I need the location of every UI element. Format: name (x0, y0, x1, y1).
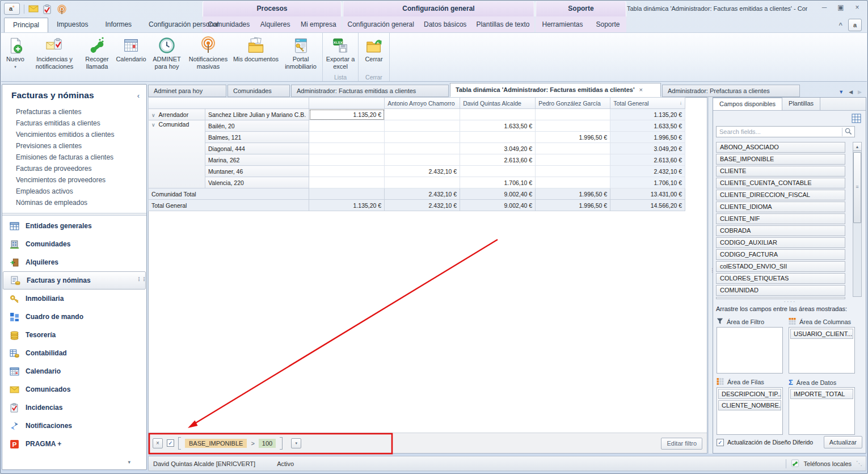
edit-filter-button[interactable]: Editar filtro (661, 438, 702, 450)
ribbon-tab-plantillas-texto[interactable]: Plantillas de texto (474, 18, 532, 32)
ribbon-tab-datos-basicos[interactable]: Datos básicos (422, 18, 469, 32)
deferred-update-checkbox[interactable]: ✓ (717, 439, 724, 446)
tasks-clipboard-icon[interactable] (43, 5, 53, 14)
field-item[interactable]: CLIENTE_DIRECCION_FISCAL (716, 190, 845, 200)
ribbon-tab-principal[interactable]: Principal (4, 18, 48, 32)
close-button[interactable]: × (852, 3, 863, 11)
ribbon-collapse-icon[interactable]: ^ (839, 22, 842, 28)
sidebar-link-previsiones[interactable]: Previsiones a clientes (16, 140, 146, 152)
ribbon-button-recoger-llamada[interactable]: Recoger llamada (81, 34, 113, 70)
search-icon[interactable] (842, 128, 854, 136)
filter-dropdown-icon[interactable]: ▾ (291, 438, 301, 448)
sidebar-item-calendario[interactable]: Calendario (2, 362, 146, 380)
ribbon-tab-comunidades[interactable]: Comunidades (205, 18, 252, 32)
tab-plantillas[interactable]: Plantillas (782, 98, 820, 110)
scroll-up-icon[interactable]: ▲ (853, 142, 861, 151)
area-chip[interactable]: IMPORTE_TOTAL (790, 389, 853, 399)
row-header[interactable]: Diagonal, 444 (205, 143, 309, 154)
data-area-box[interactable]: IMPORTE_TOTAL (789, 387, 855, 435)
filter-value-chip[interactable]: 100 (259, 439, 276, 448)
ribbon-button-calendario[interactable]: Calendario (113, 34, 149, 63)
tab-list-dropdown-icon[interactable]: ▼ (838, 89, 844, 95)
mail-icon[interactable] (28, 5, 39, 14)
filter-area-box[interactable] (717, 327, 783, 374)
field-item[interactable]: COBRADA (716, 225, 845, 236)
sidebar-item-comunidades[interactable]: Comunidades (2, 235, 146, 253)
filter-field-chip[interactable]: BASE_IMPONIBLE (185, 439, 247, 448)
sidebar-link-prefacturas[interactable]: Prefacturas a clientes (16, 106, 146, 118)
col-header-antonio[interactable]: Antonio Arroyo Chamorro (385, 98, 460, 109)
sidebar-collapse-icon[interactable]: ‹ (137, 91, 140, 100)
row-header[interactable]: Balmes, 121 (205, 132, 309, 143)
columns-area-box[interactable]: USUARIO_CLIENT... (789, 327, 855, 374)
update-button[interactable]: Actualizar (824, 436, 862, 448)
row-header[interactable]: Valencia, 220 (205, 177, 309, 188)
expand-chevron-icon[interactable]: ∨ (151, 122, 155, 128)
area-chip[interactable]: DESCRIPCION_TIP... (718, 389, 781, 399)
field-item[interactable]: COMUNIDAD (716, 285, 845, 296)
ribbon-tab-informes[interactable]: Informes (96, 18, 140, 32)
ribbon-button-mis-documentos[interactable]: Mis documentos (231, 34, 280, 63)
app-logo-icon[interactable]: a˚ (4, 3, 20, 15)
row-header[interactable]: Marina, 262 (205, 154, 309, 166)
filter-operator[interactable]: > (251, 440, 254, 447)
doc-tab-tabla-dinamica[interactable]: Tabla dinámica 'Administrador: Facturas … (450, 83, 661, 97)
app-mini-button[interactable]: a (848, 19, 862, 31)
field-item[interactable]: ABONO_ASOCIADO (716, 142, 845, 153)
sidebar-item-inmobiliaria[interactable]: Inmobiliaria (2, 290, 146, 308)
sidebar-item-entidades-generales[interactable]: Entidades generales (2, 217, 146, 235)
doc-tab-adminet-hoy[interactable]: Adminet para hoy (148, 85, 226, 97)
restore-button[interactable]: ▣ (835, 3, 846, 11)
status-phones-link[interactable]: Teléfonos locales (804, 460, 852, 467)
row-header[interactable]: Muntaner, 46 (205, 166, 309, 177)
area-chip[interactable]: CLIENTE_NOMBRE... (718, 400, 781, 410)
panel-grid-icon[interactable] (852, 114, 861, 123)
field-item[interactable]: colESTADO_ENVIO_SII (716, 261, 845, 272)
ribbon-tab-alquileres[interactable]: Alquileres (258, 18, 293, 32)
field-list-scrollbar[interactable]: ▲ ≡ (853, 142, 862, 297)
area-chip[interactable]: USUARIO_CLIENT... (790, 329, 853, 339)
sidebar-link-nominas[interactable]: Nóminas de empleados (16, 197, 146, 208)
row-group-arrendador[interactable]: ∨Arrendador (149, 109, 205, 120)
ribbon-tab-mi-empresa[interactable]: Mi empresa (298, 18, 339, 32)
field-item[interactable]: COLORES_ETIQUETAS (716, 273, 845, 284)
ribbon-button-adminet-hoy[interactable]: ADMINET para hoy (149, 34, 185, 70)
sidebar-item-tesoreria[interactable]: Tesorería (2, 326, 146, 344)
field-item[interactable]: CLIENTE_CUENTA_CONTABLE (716, 178, 845, 188)
row-group-comunidad[interactable]: ∨Comunidad (149, 120, 205, 188)
sidebar-link-emisiones[interactable]: Emisiones de facturas a clientes (16, 152, 146, 163)
resize-grip-icon[interactable]: ⋱ (856, 460, 862, 467)
pivot-cell-selected[interactable]: 1.135,20 € (309, 109, 385, 120)
col-header-blank[interactable] (309, 98, 385, 109)
field-item[interactable]: CLIENTE (716, 166, 845, 177)
field-item[interactable]: CLIENTE_NIF (716, 213, 845, 224)
ribbon-tab-configuracion-general[interactable]: Configuración general (345, 18, 416, 32)
sidebar-item-comunicados[interactable]: Comunicados (2, 380, 146, 399)
sidebar-link-facturas-emitidas[interactable]: Facturas emitidas a clientes (16, 118, 146, 129)
field-item[interactable]: CODIGO_FACTURA (716, 249, 845, 260)
tab-close-icon[interactable]: × (639, 86, 643, 97)
scrollbar-thumb[interactable]: ≡ (853, 152, 861, 223)
minimize-button[interactable]: ─ (819, 3, 830, 11)
doc-tab-comunidades[interactable]: Comunidades (227, 85, 290, 97)
sidebar-link-empleados-activos[interactable]: Empleados activos (16, 186, 146, 197)
ribbon-button-notificaciones-masivas[interactable]: Notificaciones masivas (185, 34, 231, 70)
field-item[interactable]: BASE_IMPONIBLE (716, 154, 845, 165)
sidebar-item-contabilidad[interactable]: Contabilidad (2, 344, 146, 362)
row-header[interactable]: Sanchez Llibre Julian y Mariano C.B. (205, 109, 309, 120)
col-header-david[interactable]: David Quintas Alcalde (460, 98, 536, 109)
ribbon-tab-soporte[interactable]: Soporte (593, 18, 622, 32)
ribbon-button-cerrar[interactable]: Cerrar (360, 34, 388, 63)
expand-chevron-icon[interactable]: ∨ (151, 112, 155, 118)
doc-tab-facturas-emitidas[interactable]: Administrador: Facturas emitidas a clien… (291, 85, 449, 97)
sidebar-item-pragma[interactable]: P PRAGMA + (2, 435, 146, 453)
tab-prev-icon[interactable]: ◀ (849, 89, 853, 95)
sidebar-item-facturas-nominas[interactable]: Facturas y nóminas ⋮⋮ (3, 271, 146, 290)
ribbon-tab-herramientas[interactable]: Herramientas (540, 18, 585, 32)
filter-enabled-checkbox[interactable]: ✓ (167, 439, 174, 447)
sidebar-link-vencimientos-emitidos[interactable]: Vencimientos emitidos a clientes (16, 129, 146, 140)
field-item[interactable]: CLIENTE_IDIOMA (716, 202, 845, 212)
field-item[interactable]: CODIGO_AUXILIAR (716, 237, 845, 248)
broadcast-icon[interactable] (57, 5, 67, 14)
filter-close-icon[interactable]: × (153, 438, 163, 448)
